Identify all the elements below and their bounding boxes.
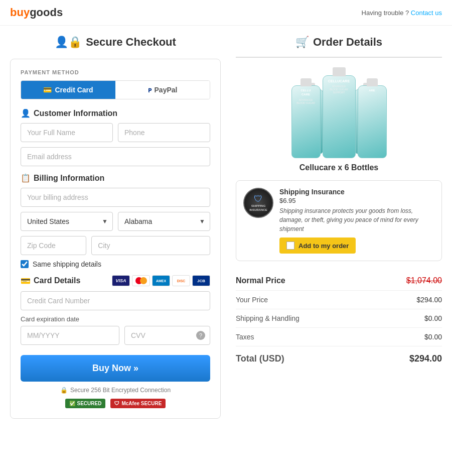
full-name-input[interactable] [21, 123, 113, 142]
lock-person-icon: 👤🔒 [55, 36, 82, 49]
add-to-order-button[interactable]: Add to my order [279, 237, 356, 254]
price-table: Normal Price $1,074.00 Your Price $294.0… [236, 271, 442, 369]
cvv-wrapper: ? [124, 326, 210, 345]
checkout-card: PAYMENT METHOD 💳 Credit Card ᴘ PayPal 👤 … [10, 59, 221, 419]
name-phone-row [21, 123, 210, 142]
state-select[interactable]: Alabama Alaska Arizona [118, 212, 210, 231]
billing-address-input[interactable] [21, 188, 210, 207]
trouble-text: Having trouble ? [362, 9, 409, 17]
email-row [21, 147, 210, 166]
shipping-badge: 🛡 SHIPPINGINSURANCE [243, 188, 273, 218]
secured-badge: ✅ SECURED [65, 399, 106, 408]
bottle-center: CELLUCARE ADVANCEDBLOOD SUGARSUPPORT [323, 75, 356, 158]
shipping-info: Shipping Insurance $6.95 Shipping insura… [279, 188, 434, 254]
buy-now-button[interactable]: Buy Now » [21, 355, 210, 382]
taxes-label: Taxes [236, 333, 254, 341]
cart-icon: 🛒 [295, 36, 309, 49]
card-icons: VISA AMEX DISC JCB [112, 275, 210, 286]
expiry-label: Card expiration date [21, 315, 210, 323]
card-details-header: 💳 Card Details VISA AMEX DISC JCB [21, 275, 210, 286]
price-row-normal: Normal Price $1,074.00 [236, 271, 442, 291]
right-panel: 🛒 Order Details CELLUCARE CELLUCARE [236, 36, 442, 419]
your-price-label: Your Price [236, 296, 268, 304]
customer-info-title: 👤 Customer Information [21, 108, 210, 118]
card-number-row [21, 291, 210, 310]
top-bar: buygoods Having trouble ? Contact us [0, 0, 452, 26]
discover-icon: DISC [172, 275, 190, 286]
tab-paypal[interactable]: ᴘ PayPal [115, 81, 210, 99]
logo-buy: buy [10, 6, 30, 19]
price-row-your-price: Your Price $294.00 [236, 291, 442, 309]
shipping-insurance-desc: Shipping insurance protects your goods f… [279, 206, 434, 233]
price-row-total: Total (USD) $294.00 [236, 348, 442, 369]
cvv-help-icon[interactable]: ? [196, 331, 205, 340]
phone-input[interactable] [118, 123, 210, 142]
email-input[interactable] [21, 147, 210, 166]
your-price-value: $294.00 [416, 296, 442, 304]
bottle-front-3: ARE [358, 85, 387, 158]
shield-icon: 🛡 [254, 194, 263, 204]
amex-icon: AMEX [152, 275, 170, 286]
paypal-icon: ᴘ [148, 86, 152, 94]
trust-badges: ✅ SECURED 🛡 McAfee SECURE [21, 399, 210, 408]
logo: buygoods [10, 6, 63, 19]
mastercard-icon [132, 275, 150, 286]
credit-card-icon: 💳 [43, 86, 52, 94]
billing-icon: 📋 [21, 173, 31, 183]
top-right: Having trouble ? Contact us [362, 9, 442, 17]
bottle-front-1: CELLUCARE ADVANCEDBLOOD SUGAR [291, 85, 321, 158]
card-details-title: 💳 Card Details [21, 276, 80, 286]
shield-check-icon: ✅ [69, 401, 75, 406]
product-bottles: CELLUCARE CELLUCARE CELLUCARE [236, 68, 442, 158]
expiry-input[interactable] [21, 326, 119, 345]
contact-link[interactable]: Contact us [411, 9, 442, 17]
payment-method-label: PAYMENT METHOD [21, 69, 210, 75]
shipping-badge-circle: 🛡 SHIPPINGINSURANCE [243, 188, 273, 218]
total-value: $294.00 [409, 353, 442, 364]
jcb-icon: JCB [192, 275, 210, 286]
add-to-order-label: Add to my order [298, 242, 349, 250]
order-divider [236, 57, 442, 58]
zip-input[interactable] [21, 236, 86, 255]
shipping-label: Shipping & Handling [236, 314, 299, 322]
billing-address-row [21, 188, 210, 207]
same-shipping-checkbox[interactable] [21, 260, 29, 268]
card-icon: 💳 [21, 276, 31, 286]
taxes-value: $0.00 [424, 333, 442, 341]
price-row-shipping: Shipping & Handling $0.00 [236, 309, 442, 328]
normal-price-value: $1,074.00 [406, 276, 442, 285]
country-state-row: United States Canada United Kingdom ▼ Al… [21, 212, 210, 231]
product-name: Cellucare x 6 Bottles [236, 163, 442, 172]
city-input[interactable] [91, 236, 210, 255]
price-row-taxes: Taxes $0.00 [236, 328, 442, 346]
state-wrapper: Alabama Alaska Arizona ▼ [118, 212, 210, 231]
shipping-value: $0.00 [424, 314, 442, 322]
same-shipping-row: Same shipping details [21, 260, 210, 268]
card-number-input[interactable] [21, 291, 210, 310]
order-title: 🛒 Order Details [236, 36, 442, 49]
product-image-area: CELLUCARE CELLUCARE CELLUCARE [236, 68, 442, 172]
lock-icon: 🔒 [60, 387, 68, 394]
total-label: Total (USD) [236, 353, 284, 364]
mcafee-icon: 🛡 [114, 401, 119, 406]
person-icon: 👤 [21, 108, 31, 118]
checkout-title: 👤🔒 Secure Checkout [10, 36, 221, 49]
shipping-insurance-box: 🛡 SHIPPINGINSURANCE Shipping Insurance $… [236, 180, 442, 261]
tab-credit-card[interactable]: 💳 Credit Card [21, 81, 115, 99]
visa-icon: VISA [112, 275, 130, 286]
expiry-cvv-row: ? [21, 326, 210, 345]
shipping-insurance-price: $6.95 [279, 197, 434, 204]
mcafee-badge: 🛡 McAfee SECURE [110, 399, 166, 408]
secure-text: 🔒 Secure 256 Bit Encrypted Connection [21, 387, 210, 394]
billing-info-title: 📋 Billing Information [21, 173, 210, 183]
same-shipping-label: Same shipping details [33, 260, 101, 268]
country-select[interactable]: United States Canada United Kingdom [21, 212, 113, 231]
add-to-order-checkbox [286, 242, 294, 250]
left-panel: 👤🔒 Secure Checkout PAYMENT METHOD 💳 Cred… [10, 36, 221, 419]
shipping-insurance-title: Shipping Insurance [279, 188, 434, 196]
payment-tabs: 💳 Credit Card ᴘ PayPal [21, 80, 210, 99]
country-wrapper: United States Canada United Kingdom ▼ [21, 212, 113, 231]
zip-city-row [21, 236, 210, 255]
logo-goods: goods [30, 6, 63, 19]
main-layout: 👤🔒 Secure Checkout PAYMENT METHOD 💳 Cred… [0, 26, 452, 429]
